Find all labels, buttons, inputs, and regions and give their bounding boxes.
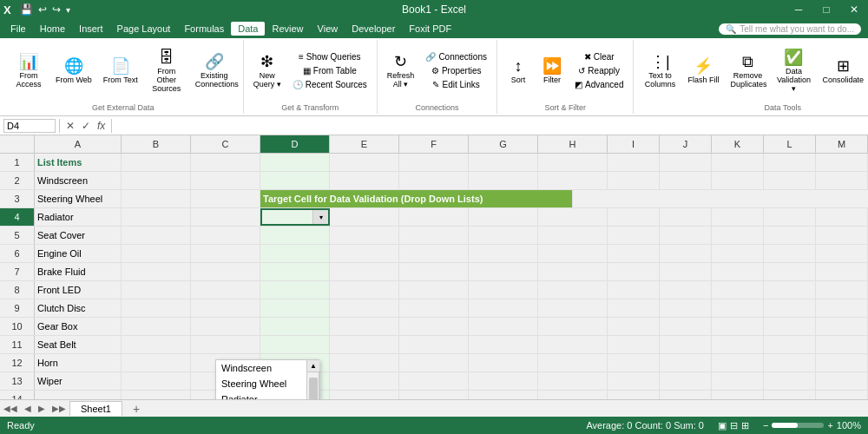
row-header-2[interactable]: 2 [0,172,35,189]
cell-m7[interactable] [816,263,868,280]
cell-i1[interactable] [608,154,660,171]
cell-k6[interactable] [712,245,764,262]
formula-fx-icon[interactable]: fx [95,120,108,132]
cell-l1[interactable] [764,154,816,171]
cell-b1[interactable] [122,154,191,171]
cell-e5[interactable] [330,227,399,244]
cell-g9[interactable] [469,299,538,317]
cell-l10[interactable] [764,318,816,335]
page-layout-btn[interactable]: ⊟ [730,420,738,431]
cell-k11[interactable] [712,336,764,353]
cell-b4[interactable] [122,208,191,226]
cell-j4[interactable] [660,208,712,226]
cell-a9[interactable]: Clutch Disc [35,299,122,317]
cell-g6[interactable] [469,245,538,262]
cell-i8[interactable] [608,281,660,299]
cell-k2[interactable] [712,172,764,189]
row-header-6[interactable]: 6 [0,245,35,262]
ribbon-btn-sort[interactable]: ↕ Sort [503,49,534,94]
cell-b14[interactable] [122,391,191,399]
cell-j5[interactable] [660,227,712,244]
cell-f4[interactable] [399,208,469,226]
menu-item-pagelayout[interactable]: Page Layout [110,22,178,36]
cell-i6[interactable] [608,245,660,262]
cell-a2[interactable]: Windscreen [35,172,122,189]
ribbon-btn-remove-duplicates[interactable]: ⧉ Remove Duplicates [726,49,769,94]
cell-j14[interactable] [660,391,712,399]
cell-h11[interactable] [538,336,608,353]
row-header-8[interactable]: 8 [0,281,35,299]
name-box[interactable] [3,119,56,133]
search-box[interactable]: 🔍 Tell me what you want to do... [719,23,861,35]
ribbon-btn-properties[interactable]: ⚙ Properties [421,64,491,77]
col-header-k[interactable]: K [712,135,764,153]
cell-i7[interactable] [608,263,660,280]
ribbon-btn-clear[interactable]: ✖ Clear [570,50,628,63]
cell-d11[interactable] [260,336,330,353]
ribbon-btn-consolidate[interactable]: ⊞ Consolidate [818,49,868,94]
cell-h9[interactable] [538,299,608,317]
ribbon-btn-data-validation[interactable]: ✅ Data Validation ▾ [772,47,815,95]
cell-j11[interactable] [660,336,712,353]
cell-j6[interactable] [660,245,712,262]
cell-f1[interactable] [399,154,469,171]
cell-f11[interactable] [399,336,469,353]
minimize-btn[interactable]: ─ [785,0,812,19]
zoom-slider[interactable] [772,423,824,428]
cell-i14[interactable] [608,391,660,399]
cell-g14[interactable] [469,391,538,399]
cell-a12[interactable]: Horn [35,354,122,372]
cell-k4[interactable] [712,208,764,226]
col-header-c[interactable]: C [191,135,260,153]
cell-a7[interactable]: Brake Fluid [35,263,122,280]
ribbon-btn-show-queries[interactable]: ≡ Show Queries [288,50,372,63]
ribbon-btn-flash-fill[interactable]: ⚡ Flash Fill [683,49,723,94]
col-header-b[interactable]: B [122,135,191,153]
cell-e11[interactable] [330,336,399,353]
cell-h13[interactable] [538,372,608,390]
cell-g4[interactable] [469,208,538,226]
ribbon-btn-edit-links[interactable]: ✎ Edit Links [421,78,491,91]
cell-k7[interactable] [712,263,764,280]
cell-h4[interactable] [538,208,608,226]
ribbon-btn-connections[interactable]: 🔗 Connections [421,50,491,63]
ribbon-btn-from-web[interactable]: 🌐 From Web [51,49,96,94]
cell-h14[interactable] [538,391,608,399]
cell-e14[interactable] [330,391,399,399]
cell-h10[interactable] [538,318,608,335]
row-header-10[interactable]: 10 [0,318,35,335]
cell-k8[interactable] [712,281,764,299]
dropdown-item-radiator[interactable]: Radiator [216,391,306,399]
cell-d6[interactable] [260,245,330,262]
ribbon-btn-from-table[interactable]: ▦ From Table [288,64,372,77]
cell-a11[interactable]: Seat Belt [35,336,122,353]
cell-e1[interactable] [330,154,399,171]
cell-f7[interactable] [399,263,469,280]
cell-c3[interactable] [191,190,260,207]
menu-item-developer[interactable]: Developer [345,22,402,36]
sheet-tab-sheet1[interactable]: Sheet1 [69,401,122,416]
scroll-up-btn[interactable]: ▲ [307,360,319,372]
cell-e6[interactable] [330,245,399,262]
cell-b12[interactable] [122,354,191,372]
row-header-14[interactable]: 14 [0,391,35,399]
cell-k1[interactable] [712,154,764,171]
cell-l11[interactable] [764,336,816,353]
cell-m2[interactable] [816,172,868,189]
cell-a13[interactable]: Wiper [35,372,122,390]
cell-b2[interactable] [122,172,191,189]
cell-b11[interactable] [122,336,191,353]
cell-c11[interactable] [191,336,260,353]
cell-c5[interactable] [191,227,260,244]
row-header-1[interactable]: 1 [0,154,35,171]
row-header-9[interactable]: 9 [0,299,35,317]
cell-g11[interactable] [469,336,538,353]
cell-k14[interactable] [712,391,764,399]
row-header-3[interactable]: 3 [0,190,35,207]
cell-e10[interactable] [330,318,399,335]
cell-g13[interactable] [469,372,538,390]
cell-d1[interactable] [260,154,330,171]
cell-a3[interactable]: Steering Wheel [35,190,122,207]
cell-j12[interactable] [660,354,712,372]
qat-undo[interactable]: ↩ [38,3,47,16]
